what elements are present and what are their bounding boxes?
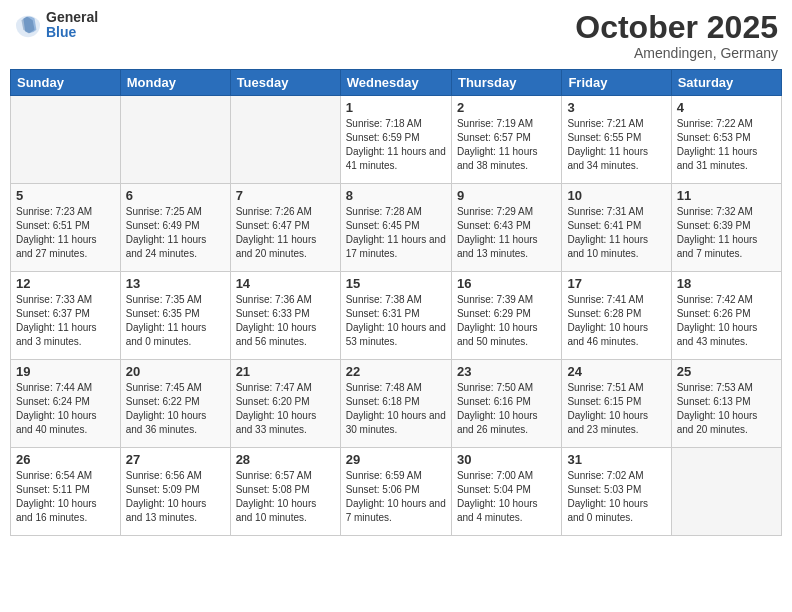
- weekday-header-saturday: Saturday: [671, 70, 781, 96]
- day-number: 20: [126, 364, 225, 379]
- day-number: 6: [126, 188, 225, 203]
- calendar-cell: 29Sunrise: 6:59 AM Sunset: 5:06 PM Dayli…: [340, 448, 451, 536]
- calendar-cell: 31Sunrise: 7:02 AM Sunset: 5:03 PM Dayli…: [562, 448, 671, 536]
- calendar-cell: 17Sunrise: 7:41 AM Sunset: 6:28 PM Dayli…: [562, 272, 671, 360]
- day-content: Sunrise: 6:56 AM Sunset: 5:09 PM Dayligh…: [126, 469, 225, 525]
- day-content: Sunrise: 7:22 AM Sunset: 6:53 PM Dayligh…: [677, 117, 776, 173]
- page-header: General Blue October 2025 Amendingen, Ge…: [10, 10, 782, 61]
- day-content: Sunrise: 7:02 AM Sunset: 5:03 PM Dayligh…: [567, 469, 665, 525]
- day-number: 19: [16, 364, 115, 379]
- day-number: 15: [346, 276, 446, 291]
- day-number: 11: [677, 188, 776, 203]
- day-content: Sunrise: 7:35 AM Sunset: 6:35 PM Dayligh…: [126, 293, 225, 349]
- location: Amendingen, Germany: [575, 45, 778, 61]
- day-content: Sunrise: 7:25 AM Sunset: 6:49 PM Dayligh…: [126, 205, 225, 261]
- day-content: Sunrise: 7:28 AM Sunset: 6:45 PM Dayligh…: [346, 205, 446, 261]
- calendar-cell: 8Sunrise: 7:28 AM Sunset: 6:45 PM Daylig…: [340, 184, 451, 272]
- day-number: 17: [567, 276, 665, 291]
- calendar-cell: 15Sunrise: 7:38 AM Sunset: 6:31 PM Dayli…: [340, 272, 451, 360]
- day-number: 27: [126, 452, 225, 467]
- day-content: Sunrise: 7:31 AM Sunset: 6:41 PM Dayligh…: [567, 205, 665, 261]
- logo-icon: [14, 11, 42, 39]
- day-number: 10: [567, 188, 665, 203]
- calendar-cell: 12Sunrise: 7:33 AM Sunset: 6:37 PM Dayli…: [11, 272, 121, 360]
- day-content: Sunrise: 7:33 AM Sunset: 6:37 PM Dayligh…: [16, 293, 115, 349]
- day-number: 5: [16, 188, 115, 203]
- day-content: Sunrise: 7:29 AM Sunset: 6:43 PM Dayligh…: [457, 205, 556, 261]
- day-number: 3: [567, 100, 665, 115]
- week-row-4: 19Sunrise: 7:44 AM Sunset: 6:24 PM Dayli…: [11, 360, 782, 448]
- calendar-cell: [671, 448, 781, 536]
- calendar-cell: 6Sunrise: 7:25 AM Sunset: 6:49 PM Daylig…: [120, 184, 230, 272]
- calendar: SundayMondayTuesdayWednesdayThursdayFrid…: [10, 69, 782, 536]
- day-content: Sunrise: 7:21 AM Sunset: 6:55 PM Dayligh…: [567, 117, 665, 173]
- day-content: Sunrise: 7:39 AM Sunset: 6:29 PM Dayligh…: [457, 293, 556, 349]
- day-number: 7: [236, 188, 335, 203]
- day-content: Sunrise: 6:54 AM Sunset: 5:11 PM Dayligh…: [16, 469, 115, 525]
- day-number: 8: [346, 188, 446, 203]
- week-row-3: 12Sunrise: 7:33 AM Sunset: 6:37 PM Dayli…: [11, 272, 782, 360]
- calendar-cell: 9Sunrise: 7:29 AM Sunset: 6:43 PM Daylig…: [451, 184, 561, 272]
- calendar-cell: 20Sunrise: 7:45 AM Sunset: 6:22 PM Dayli…: [120, 360, 230, 448]
- day-content: Sunrise: 7:48 AM Sunset: 6:18 PM Dayligh…: [346, 381, 446, 437]
- week-row-2: 5Sunrise: 7:23 AM Sunset: 6:51 PM Daylig…: [11, 184, 782, 272]
- day-content: Sunrise: 7:50 AM Sunset: 6:16 PM Dayligh…: [457, 381, 556, 437]
- day-content: Sunrise: 6:57 AM Sunset: 5:08 PM Dayligh…: [236, 469, 335, 525]
- calendar-cell: [120, 96, 230, 184]
- logo-blue: Blue: [46, 25, 98, 40]
- day-content: Sunrise: 7:38 AM Sunset: 6:31 PM Dayligh…: [346, 293, 446, 349]
- calendar-cell: 3Sunrise: 7:21 AM Sunset: 6:55 PM Daylig…: [562, 96, 671, 184]
- calendar-cell: 24Sunrise: 7:51 AM Sunset: 6:15 PM Dayli…: [562, 360, 671, 448]
- day-number: 30: [457, 452, 556, 467]
- calendar-cell: 22Sunrise: 7:48 AM Sunset: 6:18 PM Dayli…: [340, 360, 451, 448]
- calendar-cell: 2Sunrise: 7:19 AM Sunset: 6:57 PM Daylig…: [451, 96, 561, 184]
- title-section: October 2025 Amendingen, Germany: [575, 10, 778, 61]
- day-number: 18: [677, 276, 776, 291]
- day-content: Sunrise: 7:26 AM Sunset: 6:47 PM Dayligh…: [236, 205, 335, 261]
- day-number: 25: [677, 364, 776, 379]
- calendar-cell: 25Sunrise: 7:53 AM Sunset: 6:13 PM Dayli…: [671, 360, 781, 448]
- calendar-cell: 10Sunrise: 7:31 AM Sunset: 6:41 PM Dayli…: [562, 184, 671, 272]
- day-number: 28: [236, 452, 335, 467]
- day-content: Sunrise: 7:53 AM Sunset: 6:13 PM Dayligh…: [677, 381, 776, 437]
- day-number: 14: [236, 276, 335, 291]
- week-row-1: 1Sunrise: 7:18 AM Sunset: 6:59 PM Daylig…: [11, 96, 782, 184]
- day-number: 24: [567, 364, 665, 379]
- calendar-cell: 26Sunrise: 6:54 AM Sunset: 5:11 PM Dayli…: [11, 448, 121, 536]
- day-number: 2: [457, 100, 556, 115]
- weekday-header-monday: Monday: [120, 70, 230, 96]
- day-number: 13: [126, 276, 225, 291]
- logo: General Blue: [14, 10, 98, 41]
- day-number: 31: [567, 452, 665, 467]
- day-number: 4: [677, 100, 776, 115]
- calendar-cell: 7Sunrise: 7:26 AM Sunset: 6:47 PM Daylig…: [230, 184, 340, 272]
- calendar-cell: 14Sunrise: 7:36 AM Sunset: 6:33 PM Dayli…: [230, 272, 340, 360]
- day-number: 16: [457, 276, 556, 291]
- day-content: Sunrise: 7:32 AM Sunset: 6:39 PM Dayligh…: [677, 205, 776, 261]
- calendar-cell: 1Sunrise: 7:18 AM Sunset: 6:59 PM Daylig…: [340, 96, 451, 184]
- day-content: Sunrise: 7:36 AM Sunset: 6:33 PM Dayligh…: [236, 293, 335, 349]
- calendar-cell: 4Sunrise: 7:22 AM Sunset: 6:53 PM Daylig…: [671, 96, 781, 184]
- day-content: Sunrise: 7:42 AM Sunset: 6:26 PM Dayligh…: [677, 293, 776, 349]
- day-content: Sunrise: 7:19 AM Sunset: 6:57 PM Dayligh…: [457, 117, 556, 173]
- weekday-header-thursday: Thursday: [451, 70, 561, 96]
- calendar-cell: 30Sunrise: 7:00 AM Sunset: 5:04 PM Dayli…: [451, 448, 561, 536]
- logo-general: General: [46, 10, 98, 25]
- logo-text: General Blue: [46, 10, 98, 41]
- day-content: Sunrise: 7:51 AM Sunset: 6:15 PM Dayligh…: [567, 381, 665, 437]
- day-number: 12: [16, 276, 115, 291]
- calendar-cell: 19Sunrise: 7:44 AM Sunset: 6:24 PM Dayli…: [11, 360, 121, 448]
- calendar-cell: 13Sunrise: 7:35 AM Sunset: 6:35 PM Dayli…: [120, 272, 230, 360]
- day-content: Sunrise: 6:59 AM Sunset: 5:06 PM Dayligh…: [346, 469, 446, 525]
- day-content: Sunrise: 7:18 AM Sunset: 6:59 PM Dayligh…: [346, 117, 446, 173]
- day-content: Sunrise: 7:41 AM Sunset: 6:28 PM Dayligh…: [567, 293, 665, 349]
- weekday-header-row: SundayMondayTuesdayWednesdayThursdayFrid…: [11, 70, 782, 96]
- day-content: Sunrise: 7:44 AM Sunset: 6:24 PM Dayligh…: [16, 381, 115, 437]
- day-content: Sunrise: 7:23 AM Sunset: 6:51 PM Dayligh…: [16, 205, 115, 261]
- calendar-cell: [11, 96, 121, 184]
- month-title: October 2025: [575, 10, 778, 45]
- day-number: 1: [346, 100, 446, 115]
- calendar-cell: 27Sunrise: 6:56 AM Sunset: 5:09 PM Dayli…: [120, 448, 230, 536]
- weekday-header-friday: Friday: [562, 70, 671, 96]
- weekday-header-sunday: Sunday: [11, 70, 121, 96]
